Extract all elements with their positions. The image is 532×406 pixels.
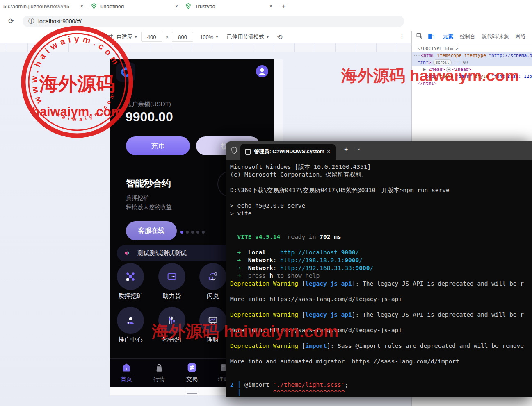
trade-swap-icon bbox=[187, 362, 197, 373]
terminal-line bbox=[230, 303, 532, 311]
terminal-line bbox=[230, 179, 532, 186]
tab-title: undefined bbox=[100, 3, 171, 9]
viewport-width-input[interactable] bbox=[141, 32, 162, 42]
browser-tab-admin[interactable]: 592admin.jiuzhouw.net/#/45 ✕ bbox=[0, 0, 87, 12]
vite-favicon-icon bbox=[185, 3, 192, 9]
terminal-line: D:\360下载\交易所0417\交易所0417\H5紫色@0310二开版本>n… bbox=[230, 186, 532, 194]
chevron-down-icon: ▼ bbox=[266, 35, 269, 39]
banner-title: 智能秒合约 bbox=[126, 177, 171, 190]
terminal-tab-close-icon[interactable]: ✕ bbox=[327, 149, 331, 154]
chevron-down-icon: ▼ bbox=[215, 35, 219, 39]
terminal-output[interactable]: Microsoft Windows [版本 10.0.26100.4351](c… bbox=[226, 160, 532, 397]
terminal-line bbox=[230, 373, 532, 381]
terminal-line bbox=[230, 241, 532, 249]
megaphone-icon bbox=[123, 249, 132, 257]
zoom-dropdown[interactable]: 100% bbox=[200, 34, 213, 40]
refresh-icon[interactable]: ⟳ bbox=[8, 17, 14, 25]
banner-subtitle: 轻松放大您的收益 bbox=[126, 204, 172, 211]
terminal-line: ➜ Local: http://localhost:9000/ bbox=[230, 249, 532, 256]
tab-title: 592admin.jiuzhouw.net/#/45 bbox=[3, 3, 77, 9]
watermark-text: 海外源码 haiwaiym.com bbox=[152, 320, 339, 343]
terminal-line bbox=[230, 288, 532, 295]
device-toolbar-icon[interactable] bbox=[427, 32, 435, 41]
stamp-en-text: haiwaiym. com bbox=[32, 104, 123, 119]
nav-label: 交易 bbox=[178, 376, 206, 383]
tab-close-icon[interactable]: ✕ bbox=[80, 4, 84, 9]
throttle-dropdown[interactable]: 已停用节流模式 bbox=[227, 33, 264, 41]
terminal-line: ➜ Network: http://192.168.31.33:9000/ bbox=[230, 264, 532, 272]
drag-handle[interactable] bbox=[187, 390, 197, 394]
terminal-line bbox=[230, 225, 532, 233]
devtools-tabs: 元素 控制台 源代码/来源 网络 bbox=[440, 31, 529, 43]
terminal-line bbox=[230, 350, 532, 358]
terminal-line: │ ^^^^^^^^^^^^^^^^^^^^ bbox=[230, 389, 532, 397]
terminal-body: Microsoft Windows [版本 10.0.26100.4351](c… bbox=[226, 160, 532, 397]
grid-item-label: 推广中心 bbox=[110, 336, 151, 344]
mining-icon bbox=[124, 270, 137, 283]
inspect-element-icon[interactable] bbox=[416, 32, 423, 41]
marquee-text: 测试测试测试测试 bbox=[137, 249, 187, 257]
nav-label: 行情 bbox=[145, 376, 174, 383]
nav-label: 首页 bbox=[112, 376, 141, 383]
customer-service-button[interactable]: 客服在线 bbox=[126, 221, 177, 240]
tab-sources[interactable]: 源代码/来源 bbox=[479, 31, 512, 43]
grid-item-label: 助力贷 bbox=[151, 292, 192, 300]
more-options-icon[interactable]: ⋮ bbox=[399, 32, 405, 40]
terminal-tab[interactable]: 管理员: C:\WINDOWS\system ✕ bbox=[240, 144, 336, 160]
carousel-dots[interactable] bbox=[180, 231, 205, 234]
tab-console[interactable]: 控制台 bbox=[457, 31, 479, 43]
nav-item-trade[interactable]: 交易 bbox=[178, 362, 206, 383]
nav-item-home[interactable]: 首页 bbox=[112, 362, 141, 383]
tab-close-icon[interactable]: ✕ bbox=[175, 4, 178, 9]
terminal-line: Deprecation Warning [legacy-js-api]: The… bbox=[230, 280, 532, 288]
tab-title: Trustvad bbox=[195, 3, 266, 9]
watermark-text: 海外源码 haiwaiym.com bbox=[341, 65, 519, 87]
terminal-line: Deprecation Warning [import]: Sass @impo… bbox=[230, 342, 532, 350]
terminal-dropdown-icon[interactable]: ⌄ bbox=[356, 145, 361, 151]
terminal-line: More info: https://sass-lang.com/d/legac… bbox=[230, 295, 532, 303]
grid-item-staking[interactable]: 质押挖矿 bbox=[110, 263, 151, 300]
grid-item-label: 质押挖矿 bbox=[110, 292, 151, 300]
cmd-icon bbox=[245, 149, 251, 155]
grid-item-loan[interactable]: 助力贷 bbox=[151, 263, 192, 300]
terminal-line: > vite bbox=[230, 210, 532, 218]
home-icon bbox=[121, 362, 132, 373]
browser-tab-trustvad[interactable]: Trustvad ✕ bbox=[182, 0, 276, 12]
elements-tree-row[interactable]: ···<html itemscope itemtype="http://sche… bbox=[412, 52, 532, 59]
terminal-new-tab-button[interactable]: + bbox=[344, 146, 348, 153]
tab-elements[interactable]: 元素 bbox=[440, 31, 457, 43]
viewport-height-input[interactable] bbox=[172, 32, 193, 42]
tab-close-icon[interactable]: ✕ bbox=[269, 4, 273, 9]
admin-shield-icon bbox=[231, 146, 238, 156]
browser-tab-strip: 592admin.jiuzhouw.net/#/45 ✕ undefined ✕… bbox=[0, 0, 532, 13]
times-label: × bbox=[166, 34, 169, 40]
referral-icon bbox=[124, 314, 137, 327]
screen: 592admin.jiuzhouw.net/#/45 ✕ undefined ✕… bbox=[0, 0, 532, 406]
swap-icon bbox=[207, 270, 219, 283]
terminal-line: ➜ press h to show help bbox=[230, 272, 532, 280]
banner-subtitle: 质押挖矿 bbox=[126, 195, 149, 202]
terminal-titlebar[interactable]: 管理员: C:\WINDOWS\system ✕ + ⌄ bbox=[226, 141, 532, 160]
user-avatar[interactable] bbox=[256, 65, 268, 77]
rotate-icon[interactable]: ⟲ bbox=[277, 33, 282, 41]
terminal-line: > echo-h5@2.0.0 serve bbox=[230, 202, 532, 210]
terminal-window: 管理员: C:\WINDOWS\system ✕ + ⌄ Microsoft W… bbox=[226, 141, 532, 397]
terminal-line bbox=[230, 194, 532, 202]
terminal-line: Deprecation Warning [legacy-js-api]: The… bbox=[230, 311, 532, 319]
market-bag-icon bbox=[154, 362, 164, 373]
grid-item-referral[interactable]: 推广中心 bbox=[110, 307, 151, 344]
terminal-tab-title: 管理员: C:\WINDOWS\system bbox=[254, 148, 324, 155]
new-tab-button[interactable]: + bbox=[282, 2, 286, 10]
terminal-line: VITE v4.5.14 ready in 702 ms bbox=[230, 233, 532, 241]
elements-tree-row[interactable]: <!DOCTYPE html> bbox=[412, 45, 532, 52]
nav-item-market[interactable]: 行情 bbox=[145, 362, 174, 383]
terminal-line: More info and automated migrator: https:… bbox=[230, 358, 532, 365]
terminal-line: Microsoft Windows [版本 10.0.26100.4351] bbox=[230, 163, 532, 171]
terminal-line bbox=[230, 218, 532, 225]
browser-tab-undefined[interactable]: undefined ✕ bbox=[87, 0, 182, 12]
terminal-line: 2 │ @import './theme/light.scss'; bbox=[230, 381, 532, 389]
terminal-line bbox=[230, 365, 532, 373]
tab-network[interactable]: 网络 bbox=[512, 31, 529, 43]
loan-wallet-icon bbox=[166, 270, 178, 283]
watermark-stamp: w w w . h a i w a i y m . c o m h a i w … bbox=[16, 20, 139, 143]
